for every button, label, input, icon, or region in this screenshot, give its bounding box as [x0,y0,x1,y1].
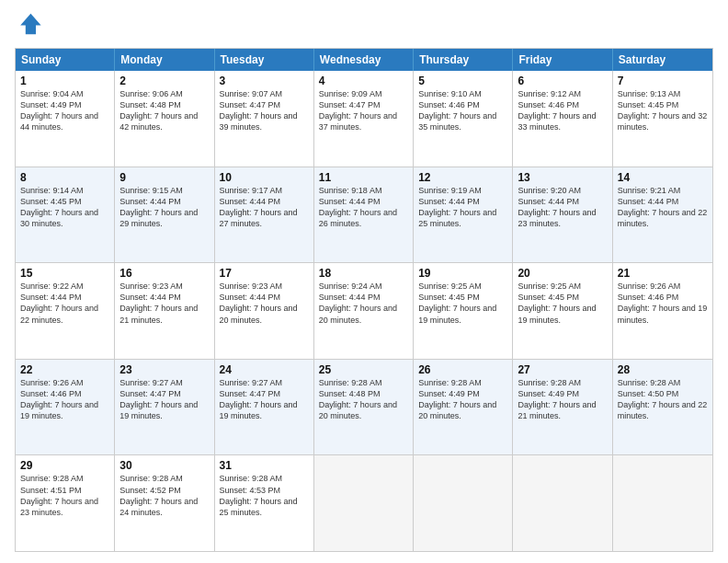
day-number: 21 [618,267,708,280]
calendar-cell [613,455,712,551]
calendar: SundayMondayTuesdayWednesdayThursdayFrid… [15,48,713,552]
cell-details: Sunrise: 9:07 AMSunset: 4:47 PMDaylight:… [220,88,309,133]
cell-details: Sunrise: 9:26 AMSunset: 4:46 PMDaylight:… [618,281,708,326]
day-number: 16 [119,267,209,280]
calendar-cell [513,455,612,551]
day-number: 14 [618,171,708,184]
cell-details: Sunrise: 9:15 AMSunset: 4:44 PMDaylight:… [119,185,209,230]
day-number: 25 [319,363,408,376]
calendar-cell: 5Sunrise: 9:10 AMSunset: 4:46 PMDaylight… [414,71,513,167]
calendar-header: SundayMondayTuesdayWednesdayThursdayFrid… [16,49,712,71]
calendar-cell: 24Sunrise: 9:27 AMSunset: 4:47 PMDayligh… [215,360,314,455]
day-number: 6 [518,75,607,87]
cell-details: Sunrise: 9:19 AMSunset: 4:44 PMDaylight:… [418,185,507,230]
calendar-cell: 26Sunrise: 9:28 AMSunset: 4:49 PMDayligh… [414,360,513,455]
day-number: 27 [518,363,607,376]
calendar-cell: 20Sunrise: 9:25 AMSunset: 4:45 PMDayligh… [513,263,612,359]
calendar-cell: 14Sunrise: 9:21 AMSunset: 4:44 PMDayligh… [613,167,712,263]
day-number: 28 [618,363,708,376]
calendar-cell: 15Sunrise: 9:22 AMSunset: 4:44 PMDayligh… [16,263,115,359]
calendar-header-cell: Friday [513,49,612,71]
calendar-cell: 13Sunrise: 9:20 AMSunset: 4:44 PMDayligh… [513,167,612,263]
calendar-cell: 29Sunrise: 9:28 AMSunset: 4:51 PMDayligh… [16,455,115,551]
calendar-cell: 16Sunrise: 9:23 AMSunset: 4:44 PMDayligh… [115,263,214,359]
calendar-cell: 17Sunrise: 9:23 AMSunset: 4:44 PMDayligh… [215,263,314,359]
day-number: 24 [220,363,309,376]
calendar-header-cell: Saturday [613,49,712,71]
cell-details: Sunrise: 9:28 AMSunset: 4:50 PMDaylight:… [618,377,708,422]
cell-details: Sunrise: 9:23 AMSunset: 4:44 PMDaylight:… [220,281,309,326]
calendar-row: 29Sunrise: 9:28 AMSunset: 4:51 PMDayligh… [16,454,712,551]
calendar-cell: 7Sunrise: 9:13 AMSunset: 4:45 PMDaylight… [613,71,712,167]
calendar-cell [314,455,414,551]
day-number: 11 [319,171,408,184]
cell-details: Sunrise: 9:28 AMSunset: 4:52 PMDaylight:… [119,473,209,518]
calendar-row: 15Sunrise: 9:22 AMSunset: 4:44 PMDayligh… [16,262,712,359]
cell-details: Sunrise: 9:09 AMSunset: 4:47 PMDaylight:… [319,88,408,133]
calendar-cell: 18Sunrise: 9:24 AMSunset: 4:44 PMDayligh… [314,263,414,359]
day-number: 10 [220,171,309,184]
cell-details: Sunrise: 9:28 AMSunset: 4:49 PMDaylight:… [418,377,507,422]
calendar-cell: 27Sunrise: 9:28 AMSunset: 4:49 PMDayligh… [513,360,612,455]
svg-marker-0 [20,14,40,34]
day-number: 23 [119,363,209,376]
calendar-cell: 12Sunrise: 9:19 AMSunset: 4:44 PMDayligh… [414,167,513,263]
calendar-cell: 8Sunrise: 9:14 AMSunset: 4:45 PMDaylight… [16,167,115,263]
day-number: 4 [319,75,408,87]
calendar-cell: 6Sunrise: 9:12 AMSunset: 4:46 PMDaylight… [513,71,612,167]
cell-details: Sunrise: 9:28 AMSunset: 4:49 PMDaylight:… [518,377,607,422]
cell-details: Sunrise: 9:17 AMSunset: 4:44 PMDaylight:… [220,185,309,230]
cell-details: Sunrise: 9:14 AMSunset: 4:45 PMDaylight:… [20,185,109,230]
calendar-cell: 25Sunrise: 9:28 AMSunset: 4:48 PMDayligh… [314,360,414,455]
cell-details: Sunrise: 9:26 AMSunset: 4:46 PMDaylight:… [20,377,109,422]
header [15,11,713,40]
calendar-header-cell: Tuesday [215,49,314,71]
day-number: 29 [20,459,109,472]
calendar-cell: 10Sunrise: 9:17 AMSunset: 4:44 PMDayligh… [215,167,314,263]
day-number: 17 [220,267,309,280]
day-number: 12 [418,171,507,184]
cell-details: Sunrise: 9:25 AMSunset: 4:45 PMDaylight:… [518,281,607,326]
logo-icon [17,11,42,37]
day-number: 3 [220,75,309,87]
logo [15,11,46,40]
calendar-header-cell: Thursday [414,49,513,71]
calendar-cell: 2Sunrise: 9:06 AMSunset: 4:48 PMDaylight… [115,71,214,167]
day-number: 18 [319,267,408,280]
cell-details: Sunrise: 9:21 AMSunset: 4:44 PMDaylight:… [618,185,708,230]
day-number: 22 [20,363,109,376]
cell-details: Sunrise: 9:28 AMSunset: 4:53 PMDaylight:… [220,473,309,518]
day-number: 8 [20,171,109,184]
day-number: 5 [418,75,507,87]
calendar-header-cell: Wednesday [314,49,414,71]
cell-details: Sunrise: 9:20 AMSunset: 4:44 PMDaylight:… [518,185,607,230]
cell-details: Sunrise: 9:13 AMSunset: 4:45 PMDaylight:… [618,88,708,133]
calendar-cell: 9Sunrise: 9:15 AMSunset: 4:44 PMDaylight… [115,167,214,263]
cell-details: Sunrise: 9:06 AMSunset: 4:48 PMDaylight:… [119,88,209,133]
calendar-cell: 19Sunrise: 9:25 AMSunset: 4:45 PMDayligh… [414,263,513,359]
calendar-cell: 31Sunrise: 9:28 AMSunset: 4:53 PMDayligh… [215,455,314,551]
calendar-cell: 30Sunrise: 9:28 AMSunset: 4:52 PMDayligh… [115,455,214,551]
calendar-cell: 23Sunrise: 9:27 AMSunset: 4:47 PMDayligh… [115,360,214,455]
day-number: 30 [119,459,209,472]
calendar-cell: 1Sunrise: 9:04 AMSunset: 4:49 PMDaylight… [16,71,115,167]
cell-details: Sunrise: 9:18 AMSunset: 4:44 PMDaylight:… [319,185,408,230]
cell-details: Sunrise: 9:27 AMSunset: 4:47 PMDaylight:… [220,377,309,422]
day-number: 31 [220,459,309,472]
day-number: 19 [418,267,507,280]
day-number: 15 [20,267,109,280]
calendar-cell: 3Sunrise: 9:07 AMSunset: 4:47 PMDaylight… [215,71,314,167]
cell-details: Sunrise: 9:12 AMSunset: 4:46 PMDaylight:… [518,88,607,133]
calendar-header-cell: Monday [115,49,214,71]
calendar-cell: 28Sunrise: 9:28 AMSunset: 4:50 PMDayligh… [613,360,712,455]
day-number: 13 [518,171,607,184]
calendar-cell: 21Sunrise: 9:26 AMSunset: 4:46 PMDayligh… [613,263,712,359]
day-number: 1 [20,75,109,87]
cell-details: Sunrise: 9:28 AMSunset: 4:48 PMDaylight:… [319,377,408,422]
day-number: 7 [618,75,708,87]
day-number: 20 [518,267,607,280]
cell-details: Sunrise: 9:04 AMSunset: 4:49 PMDaylight:… [20,88,109,133]
calendar-cell: 4Sunrise: 9:09 AMSunset: 4:47 PMDaylight… [314,71,414,167]
day-number: 26 [418,363,507,376]
cell-details: Sunrise: 9:23 AMSunset: 4:44 PMDaylight:… [119,281,209,326]
